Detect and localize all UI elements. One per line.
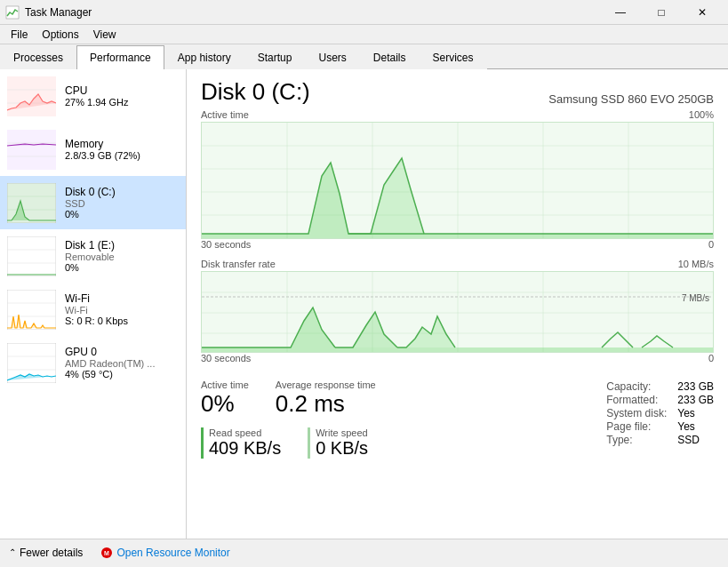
disk0-thumbnail [7,183,56,223]
write-speed-label: Write speed [316,427,368,438]
fewer-details-label: Fewer details [20,547,83,559]
stats-left: Active time 0% Average response time 0.2… [201,379,376,464]
sidebar-item-cpu[interactable]: CPU 27% 1.94 GHz [0,69,186,123]
app-title: Task Manager [25,6,92,19]
wifi-info: Wi-Fi Wi-Fi S: 0 R: 0 Kbps [65,292,179,326]
chart2-svg [202,272,713,352]
formatted-label: Formatted: [606,394,677,406]
info-row-capacity: Capacity: 233 GB [606,380,714,393]
chart2-bottom-right: 0 [708,353,714,363]
avg-response-value: 0.2 ms [276,392,376,415]
info-row-system-disk: System disk: Yes [606,407,714,419]
memory-value: 2.8/3.9 GB (72%) [65,150,179,161]
wifi-thumbnail [7,290,56,330]
chart2-label-left: Disk transfer rate [201,259,276,269]
menu-options[interactable]: Options [35,27,85,43]
disk0-info: Disk 0 (C:) SSD 0% [65,186,179,220]
titlebar-left: Task Manager [5,5,92,20]
avg-response-stat: Average response time 0.2 ms [276,379,376,415]
write-speed-block: Write speed 0 KB/s [308,427,368,459]
chart2-label-right: 10 MB/s [678,259,714,269]
cpu-value: 27% 1.94 GHz [65,97,179,108]
main-area: CPU 27% 1.94 GHz Memory 2.8/3.9 GB (72%) [0,69,728,539]
chart2-bottom-labels: 30 seconds 0 [201,353,714,363]
open-resource-label: Open Resource Monitor [116,547,229,559]
disk1-name: Disk 1 (E:) [65,239,179,252]
tab-details[interactable]: Details [360,45,420,69]
bottombar: ⌃ Fewer details M Open Resource Monitor [0,539,728,565]
type-value: SSD [677,434,714,446]
type-label: Type: [606,434,677,446]
disk0-sub: SSD [65,198,179,209]
speed-row: Read speed 409 KB/s Write speed 0 KB/s [201,422,376,464]
active-time-label: Active time [201,379,249,390]
content-title: Disk 0 (C:) [201,78,310,106]
content-subtitle: Samsung SSD 860 EVO 250GB [548,92,714,106]
disk0-val: 0% [65,209,179,220]
tab-users[interactable]: Users [305,45,359,69]
write-speed-value: 0 KB/s [316,438,368,459]
sidebar-item-disk1[interactable]: Disk 1 (E:) Removable 0% [0,229,186,283]
info-grid: Capacity: 233 GB Formatted: 233 GB Syste… [606,379,714,447]
sidebar: CPU 27% 1.94 GHz Memory 2.8/3.9 GB (72%) [0,69,187,539]
svg-rect-12 [7,236,56,276]
gpu-name: GPU 0 [65,346,179,358]
info-row-type: Type: SSD [606,434,714,446]
svg-rect-6 [7,130,56,170]
close-button[interactable]: ✕ [682,0,723,25]
resource-monitor-icon: M [100,547,113,559]
wifi-val: S: 0 R: 0 Kbps [65,315,179,326]
capacity-label: Capacity: [606,380,677,393]
menu-view[interactable]: View [86,27,124,43]
chart1-bottom-right: 0 [708,239,714,250]
disk1-sub: Removable [65,252,179,262]
cpu-thumbnail [7,76,56,116]
capacity-value: 233 GB [677,380,714,393]
svg-rect-33 [202,272,713,352]
transfer-rate-section: Disk transfer rate 10 MB/s [201,259,714,365]
tab-app-history[interactable]: App history [164,45,244,69]
wifi-sub: Wi-Fi [65,305,179,315]
sidebar-item-wifi[interactable]: Wi-Fi Wi-Fi S: 0 R: 0 Kbps [0,283,186,336]
info-row-page-file: Page file: Yes [606,420,714,433]
read-speed-value: 409 KB/s [209,438,281,459]
chart2-labels: Disk transfer rate 10 MB/s [201,259,714,269]
info-table: Capacity: 233 GB Formatted: 233 GB Syste… [606,379,714,447]
chart1-label-right: 100% [689,109,714,120]
sidebar-item-gpu[interactable]: GPU 0 AMD Radeon(TM) ... 4% (59 °C) [0,336,186,389]
svg-rect-21 [202,123,713,238]
chevron-up-icon: ⌃ [9,547,16,557]
tabs: Processes Performance App history Startu… [0,44,728,69]
disk0-name: Disk 0 (C:) [65,186,179,198]
chart2-bottom-left: 30 seconds [201,353,251,363]
tab-performance[interactable]: Performance [76,45,164,69]
sidebar-item-disk0[interactable]: Disk 0 (C:) SSD 0% [0,176,186,229]
tab-processes[interactable]: Processes [0,45,76,69]
chart1-bottom-left: 30 seconds [201,239,251,250]
sidebar-item-memory[interactable]: Memory 2.8/3.9 GB (72%) [0,123,186,176]
maximize-button[interactable]: □ [641,0,682,25]
disk1-thumbnail [7,236,56,276]
titlebar: Task Manager — □ ✕ [0,0,728,25]
content-header: Disk 0 (C:) Samsung SSD 860 EVO 250GB [201,78,714,106]
page-file-value: Yes [677,420,714,433]
chart2-wrapper: 7 MB/s [201,271,714,353]
tab-services[interactable]: Services [420,45,487,69]
active-time-stat: Active time 0% [201,379,249,415]
read-speed-label: Read speed [209,427,281,438]
fewer-details-button[interactable]: ⌃ Fewer details [9,547,83,559]
disk1-val: 0% [65,262,179,273]
tab-startup[interactable]: Startup [244,45,306,69]
system-disk-value: Yes [677,407,714,419]
minimize-button[interactable]: — [600,0,641,25]
open-resource-button[interactable]: M Open Resource Monitor [100,547,229,559]
disk1-info: Disk 1 (E:) Removable 0% [65,239,179,273]
read-speed-block: Read speed 409 KB/s [201,427,281,459]
menu-file[interactable]: File [4,27,35,43]
content-area: Disk 0 (C:) Samsung SSD 860 EVO 250GB Ac… [187,69,728,539]
stats-info-row: Active time 0% Average response time 0.2… [201,372,714,464]
chart1-labels: Active time 100% [201,109,714,120]
chart1-wrapper [201,122,714,239]
svg-rect-2 [7,76,56,116]
titlebar-controls: — □ ✕ [600,0,723,25]
